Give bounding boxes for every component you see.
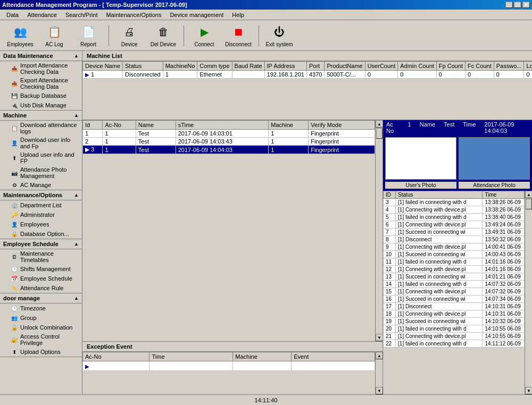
machine-list-table-container[interactable]: Device Name Status MachineNo Comm type B…	[82, 61, 532, 120]
exception-table-container[interactable]: Ac-No Time Machine Event ▶	[82, 352, 375, 394]
minimize-button[interactable]: _	[505, 2, 513, 8]
sidebar-item-group[interactable]: 👥 Group	[0, 313, 82, 323]
close-button[interactable]: ×	[522, 2, 530, 8]
menu-maintenance[interactable]: Maintenance/Options	[102, 11, 165, 19]
sidebar-item-import[interactable]: 📥 Import Attendance Checking Data	[0, 61, 82, 76]
sidebar-section-header-maintenance[interactable]: Maintenance/Options ▲	[0, 190, 82, 200]
log-scroll-down-btn[interactable]: ▼	[525, 387, 532, 394]
sidebar-item-db-option[interactable]: 🔒 Database Option...	[0, 229, 82, 239]
unlock-icon: 🔓	[11, 324, 18, 331]
report-button[interactable]: 📄 Report	[72, 22, 104, 49]
sidebar-item-att-rule[interactable]: 📏 Attendance Rule	[0, 283, 82, 293]
list-item[interactable]: 20[1] failed in connecting with d14:10:5…	[384, 325, 525, 333]
sidebar-section-header-schedule[interactable]: Employee Schedule ▲	[0, 239, 82, 249]
exc-scroll-up-btn[interactable]: ▲	[376, 352, 383, 359]
ac-manage-icon: ⚙	[11, 181, 18, 189]
sidebar-item-photo-mgmt[interactable]: 📷 Attendance Photo Management	[0, 165, 82, 180]
list-item[interactable]: 5[1] failed in connecting with d13:38:40…	[384, 214, 525, 221]
connect-label: Connect	[194, 41, 214, 47]
list-item[interactable]: 7[1] Succeed in connecting wi13:49:31 06…	[384, 229, 525, 236]
menu-help[interactable]: Help	[228, 11, 248, 19]
report-icon: 📄	[80, 23, 97, 40]
log-scroll-thumb[interactable]	[526, 199, 532, 209]
col-baudrate: Baud Rate	[232, 62, 264, 71]
list-item[interactable]: 17[1] Disconnect14:10:31 06-09	[384, 303, 525, 310]
menu-attendance[interactable]: Attendance	[23, 11, 61, 19]
attendance-photo-box	[459, 137, 530, 180]
table-row[interactable]: 11Test2017-06-09 14:03:011Fingerprint	[83, 130, 375, 138]
sidebar-item-dept[interactable]: 🏢 Department List	[0, 200, 82, 210]
sidebar-section-door: door manage ▲ 🕐 Timezone 👥 Group 🔓 Unloc…	[0, 293, 82, 357]
sidebar-item-admin[interactable]: 🔑 Administrator	[0, 210, 82, 220]
menu-device[interactable]: Device management	[165, 11, 228, 19]
list-item[interactable]: 10[1] Succeed in connecting wi14:00:43 0…	[384, 251, 525, 258]
separator-3	[259, 25, 259, 46]
table-row[interactable]: ▶	[83, 361, 375, 371]
list-item[interactable]: 4[1] Connecting with device.pl13:38:26 0…	[384, 206, 525, 214]
list-item[interactable]: 21[1] Connecting with device.pl14:10:55 …	[384, 333, 525, 340]
deldevice-button[interactable]: 🗑 Del Device	[147, 22, 179, 49]
list-item[interactable]: 14[1] failed in connecting with d14:07:3…	[384, 281, 525, 288]
log-scroll-up-btn[interactable]: ▲	[525, 191, 532, 198]
device-button[interactable]: 🖨 Device	[113, 22, 145, 49]
sidebar-item-unlock[interactable]: 🔓 Unlock Combination	[0, 323, 82, 332]
download-user-icon: 👤	[11, 139, 18, 147]
exc-scroll-down-btn[interactable]: ▼	[376, 387, 383, 394]
list-item[interactable]: 11[1] failed in connecting with d14:01:1…	[384, 258, 525, 266]
records-scroll-up-btn[interactable]: ▲	[376, 120, 383, 128]
sidebar-section-header-door[interactable]: door manage ▲	[0, 293, 82, 303]
menu-data[interactable]: Data	[2, 11, 23, 19]
records-col-acno: Ac-No	[103, 121, 136, 130]
sidebar-item-timezone[interactable]: 🕐 Timezone	[0, 303, 82, 313]
sidebar-section-header-machine[interactable]: Machine ▲	[0, 111, 82, 121]
timezone-icon: 🕐	[11, 305, 18, 312]
sidebar-item-export[interactable]: 📤 Export Attendance Checking Data	[0, 76, 82, 91]
list-item[interactable]: 13[1] Succeed in connecting wi14:01:21 0…	[384, 273, 525, 281]
records-table-container[interactable]: Id Ac-No Name sTime Machine Verify Mode …	[82, 120, 375, 341]
sidebar-item-ac-manage[interactable]: ⚙ AC Manage	[0, 180, 82, 190]
sidebar-item-download-logs[interactable]: 📋 Download attendance logs	[0, 121, 82, 136]
sidebar-item-shifts[interactable]: 🕐 Shifts Management	[0, 264, 82, 274]
sidebar-item-employees[interactable]: 👤 Employees	[0, 220, 82, 229]
exit-button[interactable]: ⏻ Exit system	[263, 22, 295, 49]
list-item[interactable]: 8[1] Disconnect13:50:32 06-09	[384, 236, 525, 243]
disconnect-button[interactable]: ⏹ Disconnect	[222, 22, 254, 49]
log-col-id: ID	[384, 191, 396, 199]
records-vscrollbar[interactable]: ▲ ▼	[375, 120, 383, 341]
col-ipaddress: IP Address	[264, 62, 306, 71]
records-scroll-down-btn[interactable]: ▼	[376, 334, 383, 341]
photo-labels-row: User's Photo Attendance Photo	[385, 182, 530, 189]
records-scroll-track	[376, 128, 383, 334]
table-row[interactable]: 21Test2017-06-09 14:03:431Fingerprint	[83, 138, 375, 146]
list-item[interactable]: 15[1] Connecting with device.pl14:07:32 …	[384, 288, 525, 296]
sidebar-item-access[interactable]: 🔐 Access Control Privilege	[0, 332, 82, 347]
connect-button[interactable]: ▶ Connect	[188, 22, 220, 49]
list-item[interactable]: 22[1] failed in connecting with d14:11:1…	[384, 340, 525, 348]
sidebar-item-emp-schedule[interactable]: 📅 Employee Schedule	[0, 274, 82, 283]
aclog-button[interactable]: 📋 AC Log	[38, 22, 70, 49]
sidebar-item-timetables[interactable]: 🗓 Maintenance Timetables	[0, 249, 82, 264]
employees-button[interactable]: 👥 Employees	[4, 22, 36, 49]
sidebar-item-usb[interactable]: 🔌 Usb Disk Manage	[0, 100, 82, 110]
sidebar-section-header-data-maintenance[interactable]: Data Maintenance ▲	[0, 51, 82, 61]
log-vscrollbar[interactable]: ▲ ▼	[525, 191, 532, 394]
list-item[interactable]: 3[1] failed in connecting with d13:38:26…	[384, 199, 525, 206]
table-row[interactable]: ▶ 31Test2017-06-09 14:04:031Fingerprint	[83, 146, 375, 154]
list-item[interactable]: 16[1] Succeed in connecting wi14:07:34 0…	[384, 296, 525, 303]
sidebar-item-download-user[interactable]: 👤 Download user info and Fp	[0, 136, 82, 150]
sidebar-item-backup[interactable]: 💾 Backup Database	[0, 91, 82, 100]
sidebar-item-upload-opts[interactable]: ⬆ Upload Options	[0, 347, 82, 357]
list-item[interactable]: 9[1] Connecting with device.pl14:00:41 0…	[384, 243, 525, 251]
list-item[interactable]: 12[1] Connecting with device.pl14:01:16 …	[384, 266, 525, 273]
menu-searchprint[interactable]: Search/Print	[61, 11, 102, 19]
table-row[interactable]: ▶ 1Disconnected1Ethernet192.168.1.201437…	[83, 71, 533, 79]
list-item[interactable]: 19[1] Succeed in connecting wi14:10:32 0…	[384, 318, 525, 325]
list-item[interactable]: 6[1] Connecting with device.pl13:49:24 0…	[384, 221, 525, 229]
exception-vscrollbar[interactable]: ▲ ▼	[375, 352, 383, 394]
log-table-container[interactable]: ID Status Time 3[1] failed in connecting…	[383, 191, 525, 394]
maximize-button[interactable]: □	[514, 2, 521, 8]
sidebar-item-upload-user[interactable]: ⬆ Upload user info and FP	[0, 150, 82, 165]
records-scroll-thumb[interactable]	[376, 128, 383, 139]
device-icon: 🖨	[121, 23, 138, 40]
list-item[interactable]: 18[1] Connecting with device.pl14:10:31 …	[384, 310, 525, 318]
